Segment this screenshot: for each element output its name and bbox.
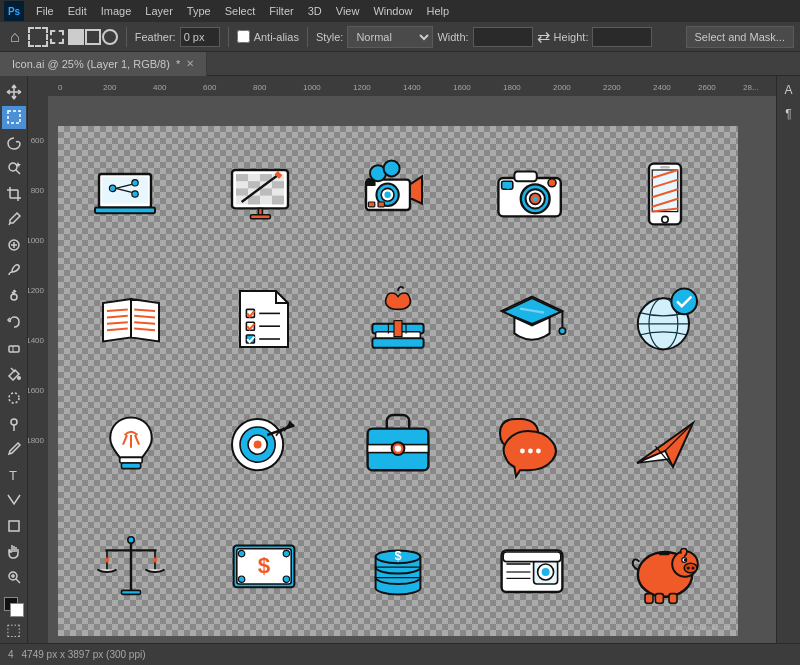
menu-window[interactable]: Window	[367, 3, 418, 19]
menu-bar: Ps File Edit Image Layer Type Select Fil…	[0, 0, 800, 22]
ruler-mark-1000: 1000	[303, 83, 321, 92]
ruler-vmark-1000: 1000	[28, 236, 44, 245]
svg-point-127	[395, 446, 401, 452]
path-selection-tool[interactable]	[2, 489, 26, 513]
ruler-vmark-1600: 1600	[28, 386, 44, 395]
history-brush-tool[interactable]	[2, 310, 26, 334]
menu-edit[interactable]: Edit	[62, 3, 93, 19]
style-select[interactable]: Normal Fixed Ratio Fixed Size	[347, 26, 433, 48]
quick-select-tool[interactable]	[2, 157, 26, 181]
circle-btn[interactable]	[102, 29, 118, 45]
svg-point-129	[528, 449, 533, 454]
svg-point-146	[239, 550, 245, 556]
ruler-mark-1400: 1400	[403, 83, 421, 92]
height-label: Height:	[554, 31, 589, 43]
svg-point-130	[536, 449, 541, 454]
right-panel: A ¶	[776, 76, 800, 643]
shape-tool[interactable]	[2, 514, 26, 538]
menu-view[interactable]: View	[330, 3, 366, 19]
marquee-tool[interactable]	[28, 27, 48, 47]
svg-point-17	[11, 419, 17, 425]
pen-tool[interactable]	[2, 437, 26, 461]
watermark: www.devaa.com	[674, 623, 732, 632]
ruler-mark-2800: 28...	[743, 83, 759, 92]
dodge-tool[interactable]	[2, 412, 26, 436]
svg-point-147	[284, 550, 290, 556]
svg-rect-38	[272, 181, 284, 188]
canvas-viewport: $	[48, 96, 776, 643]
svg-point-176	[684, 559, 686, 561]
menu-help[interactable]: Help	[421, 3, 456, 19]
menu-select[interactable]: Select	[219, 3, 262, 19]
width-input[interactable]	[473, 27, 533, 47]
paint-bucket-tool[interactable]	[2, 361, 26, 385]
svg-point-172	[684, 563, 697, 573]
icon-laptop	[66, 134, 196, 255]
svg-marker-56	[410, 177, 422, 204]
lasso-tool[interactable]	[2, 131, 26, 155]
svg-text:$: $	[258, 553, 271, 578]
crop-tool[interactable]	[2, 182, 26, 206]
svg-line-22	[16, 579, 20, 583]
feather-input[interactable]	[180, 27, 220, 47]
anti-alias-checkbox[interactable]	[237, 30, 250, 43]
para-panel-btn[interactable]: ¶	[779, 104, 799, 124]
ruler-mark-0: 0	[58, 83, 62, 92]
svg-rect-42	[272, 196, 284, 205]
eraser-tool[interactable]	[2, 335, 26, 359]
select-mask-button[interactable]: Select and Mask...	[686, 26, 795, 48]
canvas-document[interactable]: $	[58, 126, 738, 636]
tab-modified: *	[176, 58, 180, 70]
svg-rect-46	[251, 215, 271, 219]
menu-image[interactable]: Image	[95, 3, 138, 19]
hand-tool[interactable]	[2, 540, 26, 564]
clone-stamp-tool[interactable]	[2, 284, 26, 308]
heal-brush-tool[interactable]	[2, 233, 26, 257]
outline-sq-btn[interactable]	[85, 29, 101, 45]
color-swatches[interactable]	[2, 595, 26, 619]
char-panel-btn[interactable]: A	[779, 80, 799, 100]
svg-line-7	[9, 223, 10, 225]
icon-globe-check	[600, 259, 730, 380]
ruler-mark-200: 200	[103, 83, 116, 92]
menu-type[interactable]: Type	[181, 3, 217, 19]
quick-mask-btn[interactable]: ⬚	[6, 620, 21, 639]
svg-point-28	[132, 180, 138, 186]
eyedropper-tool[interactable]	[2, 208, 26, 232]
height-input[interactable]	[592, 27, 652, 47]
menu-layer[interactable]: Layer	[139, 3, 179, 19]
svg-rect-180	[669, 593, 677, 603]
icon-checklist	[200, 259, 330, 380]
text-tool[interactable]: T	[2, 463, 26, 487]
svg-rect-113	[120, 458, 142, 464]
marquee-tool-sidebar[interactable]	[2, 106, 26, 130]
canvas-area[interactable]: 0 200 400 600 800 1000 1200 1400 1600 18…	[28, 76, 776, 643]
move-tool[interactable]	[2, 80, 26, 104]
swap-icon[interactable]: ⇄	[537, 27, 550, 46]
fill-sq-btn[interactable]	[68, 29, 84, 45]
menu-3d[interactable]: 3D	[302, 3, 328, 19]
ruler-corner	[28, 76, 48, 96]
ruler-vmark-1800: 1800	[28, 436, 44, 445]
menu-filter[interactable]: Filter	[263, 3, 299, 19]
blur-tool[interactable]	[2, 386, 26, 410]
icon-camera	[467, 134, 597, 255]
document-tab[interactable]: Icon.ai @ 25% (Layer 1, RGB/8) * ✕	[0, 52, 207, 76]
svg-rect-58	[378, 202, 384, 207]
tab-bar: Icon.ai @ 25% (Layer 1, RGB/8) * ✕	[0, 52, 800, 76]
svg-text:$: $	[394, 548, 401, 563]
tab-close-button[interactable]: ✕	[186, 58, 194, 69]
icon-open-book	[66, 259, 196, 380]
ruler-vmark-600: 600	[31, 136, 44, 145]
layer-count: 4	[8, 649, 14, 660]
svg-point-27	[109, 185, 115, 191]
brush-tool[interactable]	[2, 259, 26, 283]
square-marquee[interactable]	[50, 30, 64, 44]
svg-rect-97	[394, 320, 402, 336]
home-button[interactable]: ⌂	[6, 28, 24, 46]
menu-file[interactable]: File	[30, 3, 60, 19]
zoom-tool[interactable]	[2, 565, 26, 589]
svg-rect-12	[9, 346, 19, 352]
icon-coins: $	[333, 508, 463, 629]
icon-paper-plane	[600, 383, 730, 504]
